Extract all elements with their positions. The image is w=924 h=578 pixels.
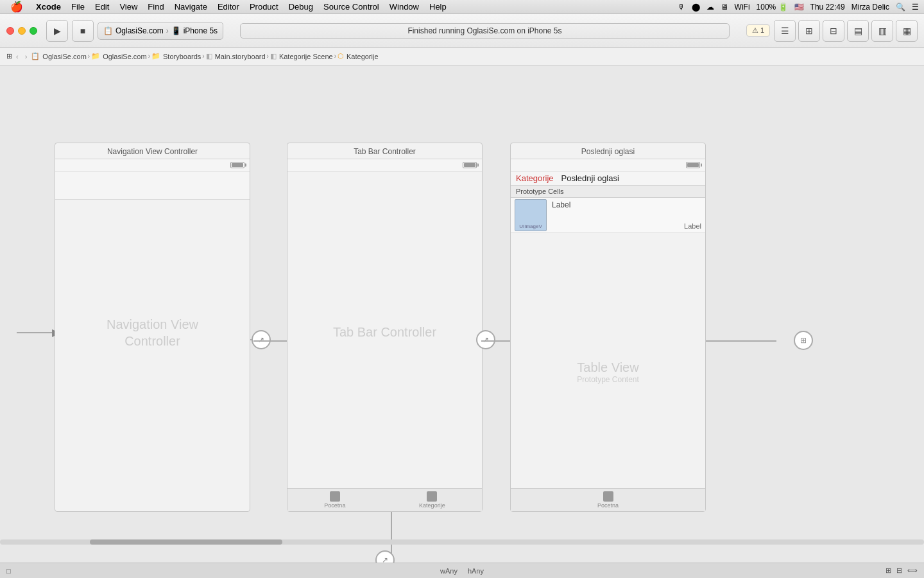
poslednji-tab[interactable]: Poslednji oglasi [561, 173, 619, 183]
tab-item-pocetna[interactable]: Pocetna [324, 491, 345, 509]
bc-item-kategorije[interactable]: ⬡ Kategorije [338, 52, 379, 60]
tab-controller-title: Tab Bar Controller [287, 143, 482, 159]
menu-help[interactable]: Help [424, 2, 452, 12]
tab-pocetna-label: Pocetna [324, 502, 345, 509]
debug-toggle[interactable]: ▥ [871, 20, 893, 42]
traffic-lights [6, 27, 37, 35]
flag-icon: 🇺🇸 [794, 3, 804, 12]
bottom-icon-3[interactable]: ⊟ [896, 566, 902, 575]
entry-arrow: ▶ [17, 326, 60, 338]
nav-status-bar [55, 159, 250, 171]
prototype-cells-header: Prototype Cells [511, 186, 705, 198]
bottom-right-controls: ⊞ ⊟ ⟺ [886, 566, 918, 575]
menu-product[interactable]: Product [244, 2, 284, 12]
menu-bar-right: 🎙 ⬤ ☁ 🖥 WiFi 100% 🔋 🇺🇸 Thu 22:49 Mirza D… [678, 3, 919, 12]
tab-bar-controller[interactable]: Tab Bar Controller Tab Bar Controller Po… [287, 143, 483, 512]
bc-icon-1: 📋 [31, 52, 40, 60]
h-scrollbar-thumb[interactable] [90, 539, 282, 545]
bc-item-1[interactable]: 📋 OglasiSe.com [31, 52, 86, 60]
exit-line [706, 340, 776, 342]
table-view-label: Table View [577, 360, 638, 375]
grid-icon: ⊞ [6, 52, 12, 60]
tab-body: Tab Bar Controller [287, 177, 482, 488]
poslednji-pocetna-icon [603, 491, 613, 502]
circle-icon: ⬤ [692, 3, 700, 12]
nav-view-controller[interactable]: Navigation View Controller Navigation Vi… [55, 143, 250, 512]
bc-item-storyboards[interactable]: 📁 Storyboards [151, 52, 201, 60]
poslednji-pocetna-label: Pocetna [597, 502, 619, 509]
exit-connector [706, 340, 776, 342]
menu-edit[interactable]: Edit [90, 2, 114, 12]
tab-kategorije-icon [427, 491, 437, 502]
size-w: wAny [440, 567, 458, 575]
bottom-icon-1[interactable]: □ [6, 567, 11, 575]
editor-standard-button[interactable]: ☰ [774, 20, 796, 42]
bc-item-main-storyboard[interactable]: ◧ Main.storyboard [206, 52, 266, 60]
exit-segue[interactable]: ⊞ [794, 331, 813, 350]
tab-item-kategorije[interactable]: Kategorije [419, 491, 445, 509]
bc-icon-storyboards: 📁 [151, 52, 160, 60]
maximize-button[interactable] [30, 27, 37, 35]
menu-window[interactable]: Window [384, 2, 424, 12]
tab-bar-bottom: Pocetna Kategorije [287, 488, 482, 511]
navigator-toggle[interactable]: ▤ [847, 20, 869, 42]
h-scrollbar-track[interactable] [0, 539, 924, 545]
bc-item-2[interactable]: 📁 OglasiSe.com [91, 52, 146, 60]
clock: Thu 22:49 [810, 3, 845, 12]
bottom-icon-4[interactable]: ⟺ [907, 566, 918, 575]
editor-assistant-button[interactable]: ⊞ [798, 20, 820, 42]
poslednji-title: Poslednji oglasi [511, 143, 705, 159]
scheme-icon: 📋 [103, 26, 113, 35]
editor-version-button[interactable]: ⊟ [823, 20, 844, 42]
kategorije-tab[interactable]: Kategorije [516, 173, 554, 183]
apple-menu[interactable]: 🍎 [5, 1, 28, 13]
warning-icon: ⚠ [752, 26, 758, 34]
user-name: Mirza Delic [851, 3, 889, 12]
poslednji-tab-bar-bottom: Pocetna [511, 488, 705, 511]
bottom-left-controls: □ [6, 567, 11, 575]
menu-debug[interactable]: Debug [284, 2, 318, 12]
exit-segue-icon: ⊞ [800, 336, 807, 345]
menu-file[interactable]: File [66, 2, 90, 12]
connector-line-1 [250, 339, 252, 340]
stop-button[interactable]: ■ [72, 20, 94, 42]
menu-bar: 🍎 Xcode File Edit View Find Navigate Edi… [0, 0, 924, 14]
bc-item-kategorije-scene[interactable]: ◧ Kategorije Scene [270, 52, 333, 60]
screen-icon: 🖥 [721, 3, 728, 12]
run-button[interactable]: ▶ [46, 20, 68, 42]
prototype-cell-row[interactable]: UIImageV Label Label [511, 198, 705, 233]
menu-navigate[interactable]: Navigate [169, 2, 212, 12]
utilities-toggle[interactable]: ▦ [896, 20, 918, 42]
uiimage-view: UIImageV [515, 199, 547, 231]
bottom-bar: □ wAny hAny ⊞ ⊟ ⟺ [0, 563, 924, 578]
menu-editor[interactable]: Editor [212, 2, 244, 12]
menu-icon[interactable]: ☰ [912, 3, 919, 12]
tab-battery [463, 162, 477, 168]
menu-find[interactable]: Find [142, 2, 169, 12]
scheme-selector[interactable]: 📋 OglasiSe.com › 📱 iPhone 5s [98, 22, 223, 40]
size-h: hAny [468, 567, 484, 575]
device-icon: 📱 [171, 26, 181, 35]
storyboard-canvas[interactable]: ▶ Navigation View Controller Navigation … [0, 66, 924, 563]
menu-xcode[interactable]: Xcode [31, 2, 66, 12]
segue-nav-to-tab[interactable]: ↗ [252, 330, 271, 349]
bc-icon-kategorije-scene: ◧ [270, 52, 277, 60]
warning-badge[interactable]: ⚠ 1 [746, 24, 770, 37]
cloud-icon: ☁ [706, 3, 714, 12]
bottom-icon-2[interactable]: ⊞ [886, 566, 891, 575]
poslednji-oglasi-controller[interactable]: Poslednji oglasi Kategorije Poslednji og… [510, 143, 706, 512]
menu-view[interactable]: View [114, 2, 142, 12]
spotlight-icon[interactable]: 🔍 [896, 3, 905, 12]
poslednji-battery [686, 162, 700, 168]
mic-icon: 🎙 [678, 3, 685, 12]
uiimage-label: UIImageV [519, 223, 542, 229]
menu-source-control[interactable]: Source Control [318, 2, 384, 12]
segue-tab-to-poslednji[interactable]: ↗ [476, 330, 495, 349]
minimize-button[interactable] [18, 27, 26, 35]
close-button[interactable] [6, 27, 14, 35]
warning-count: 1 [760, 26, 764, 34]
wifi-icon: WiFi [735, 3, 750, 12]
poslednji-status-bar [511, 159, 705, 171]
bottom-segue-icon: ↗ [382, 556, 388, 563]
poslednji-tab-pocetna[interactable]: Pocetna [597, 491, 619, 509]
